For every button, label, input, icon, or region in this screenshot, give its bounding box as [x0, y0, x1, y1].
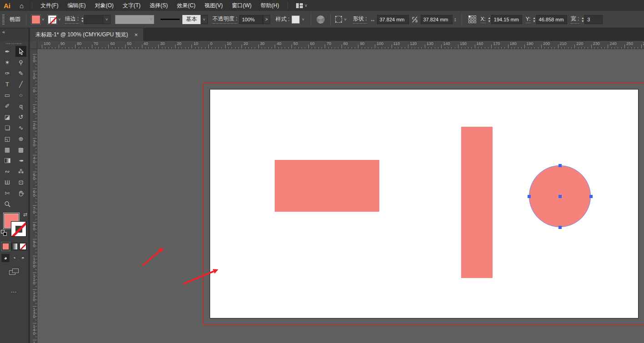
- add-anchor-pen-tool[interactable]: ✒: [2, 46, 13, 57]
- stepper-down-icon[interactable]: ▾: [582, 20, 584, 23]
- x-label[interactable]: X:: [481, 16, 486, 23]
- menu-item-7[interactable]: 窗口(W): [227, 0, 256, 11]
- vertical-ruler[interactable]: 2010010203040506070809010011012013014015…: [30, 49, 37, 343]
- pen-tool[interactable]: ✑: [2, 68, 13, 79]
- toolbar-collapse[interactable]: «: [0, 28, 28, 41]
- gradient-tool[interactable]: [2, 155, 13, 166]
- menu-item-2[interactable]: 对象(O): [90, 0, 118, 11]
- column-graph-tool[interactable]: Ш: [2, 177, 13, 188]
- shape-builder-tool[interactable]: ◱: [2, 133, 13, 144]
- line-segment-tool[interactable]: ╱: [15, 79, 26, 89]
- graphic-style-dropdown[interactable]: ˅: [300, 15, 307, 24]
- lasso-tool[interactable]: ⚲: [15, 57, 26, 68]
- paintbrush-tool[interactable]: ✐: [2, 100, 13, 111]
- unlink-proportions-icon[interactable]: [411, 15, 418, 24]
- stroke-weight-dropdown[interactable]: ˅: [103, 15, 111, 24]
- opacity-label[interactable]: 不透明度 :: [212, 15, 237, 24]
- curvature-tool[interactable]: ✎: [15, 68, 26, 79]
- x-field[interactable]: 194.15 mm: [491, 15, 522, 24]
- live-paint-bucket-tool[interactable]: ⊕: [15, 133, 26, 144]
- menu-item-1[interactable]: 编辑(E): [63, 0, 90, 11]
- stroke-weight-label[interactable]: 描边 :: [65, 15, 79, 24]
- draw-inside-icon[interactable]: ◓: [19, 254, 27, 262]
- graphic-style-swatch[interactable]: [292, 15, 300, 24]
- coral-circle-shape-selected[interactable]: [529, 165, 591, 227]
- recolor-artwork-icon[interactable]: [317, 15, 325, 24]
- y-stepper[interactable]: ▴ ▾: [533, 16, 535, 23]
- x-stepper[interactable]: ▴ ▾: [488, 16, 490, 23]
- align-options-icon[interactable]: [335, 16, 342, 23]
- none-button[interactable]: [19, 243, 27, 250]
- opacity-field[interactable]: 100%: [239, 15, 263, 24]
- menu-item-5[interactable]: 效果(C): [172, 0, 200, 11]
- edit-toolbar-icon[interactable]: ⋯: [0, 288, 28, 295]
- w-stepper[interactable]: ▴ ▾: [582, 16, 584, 23]
- stepper-down-icon[interactable]: ▾: [533, 20, 535, 23]
- mesh-tool[interactable]: ▩: [15, 144, 26, 155]
- symbol-sprayer-tool[interactable]: ⁂: [15, 166, 26, 177]
- magic-wand-tool[interactable]: ✶: [2, 57, 13, 68]
- shape-label[interactable]: 形状 :: [353, 15, 367, 24]
- rectangle-tool[interactable]: ▭: [2, 89, 13, 100]
- eraser-tool[interactable]: ◪: [2, 111, 13, 122]
- ruler-corner[interactable]: [30, 41, 37, 49]
- rotate-tool[interactable]: ↺: [15, 111, 26, 122]
- chevron-down-icon[interactable]: ˅: [58, 17, 60, 22]
- type-tool[interactable]: T: [2, 79, 13, 89]
- document-tab[interactable]: 未标题-1* @ 100% (CMYK/GPU 预览) ×: [30, 28, 143, 41]
- width-tool[interactable]: ∿: [15, 122, 26, 133]
- menu-item-0[interactable]: 文件(F): [36, 0, 63, 11]
- w-label[interactable]: 宽 :: [571, 15, 579, 24]
- hand-tool[interactable]: [15, 188, 26, 199]
- opacity-expand-button[interactable]: >: [263, 15, 270, 24]
- perspective-grid-tool[interactable]: ▦: [2, 144, 13, 155]
- menu-item-4[interactable]: 选择(S): [145, 0, 172, 11]
- ellipse-tool[interactable]: ○: [15, 89, 26, 100]
- stepper-down-icon[interactable]: ▾: [488, 20, 490, 23]
- anchor-handle[interactable]: [558, 226, 562, 229]
- slice-tool[interactable]: ✄: [2, 188, 13, 199]
- color-button[interactable]: [2, 243, 10, 250]
- scale-tool[interactable]: ❏: [2, 122, 13, 133]
- zoom-tool[interactable]: [2, 199, 13, 209]
- chevron-down-icon[interactable]: ˅: [42, 17, 44, 22]
- stroke-weight-field[interactable]: [84, 15, 103, 24]
- artboard-tool[interactable]: ⊡: [15, 177, 26, 188]
- shape-width-field[interactable]: 37.824 mm: [377, 15, 409, 24]
- coral-rectangle-shape[interactable]: [275, 160, 379, 212]
- collapse-icon[interactable]: «: [2, 29, 5, 35]
- chevron-down-icon[interactable]: ˅: [344, 17, 347, 22]
- home-icon[interactable]: ⌂: [15, 2, 28, 10]
- gradient-button[interactable]: [10, 243, 18, 250]
- eyedropper-tool[interactable]: ✒: [15, 155, 26, 166]
- menu-item-6[interactable]: 视图(V): [200, 0, 227, 11]
- coral-vertical-bar-shape[interactable]: [461, 127, 493, 278]
- menu-item-8[interactable]: 帮助(H): [256, 0, 284, 11]
- close-icon[interactable]: ×: [135, 31, 138, 38]
- anchor-handle[interactable]: [528, 195, 531, 198]
- shaper-tool[interactable]: ɋ: [15, 100, 26, 111]
- y-field[interactable]: 46.858 mm: [536, 15, 567, 24]
- blend-tool[interactable]: ∾: [2, 166, 13, 177]
- shape-height-field[interactable]: 37.824 mm: [421, 15, 453, 24]
- horizontal-ruler[interactable]: 1009080706050403020100102030405060708090…: [37, 41, 644, 49]
- stroke-none-swatch[interactable]: [48, 15, 57, 24]
- toolbar-drag-handle[interactable]: [6, 42, 22, 45]
- selection-tool[interactable]: [15, 46, 26, 57]
- y-label[interactable]: Y:: [526, 16, 531, 23]
- screen-mode-icon[interactable]: [9, 268, 19, 276]
- menu-item-3[interactable]: 文字(T): [118, 0, 145, 11]
- w-field[interactable]: 3: [584, 15, 603, 24]
- fill-swatch[interactable]: [31, 15, 40, 24]
- draw-behind-icon[interactable]: ◔: [10, 254, 18, 262]
- stroke-swatch-indicator[interactable]: [11, 221, 26, 237]
- pasteboard[interactable]: [37, 49, 644, 343]
- default-fill-stroke-icon[interactable]: [1, 230, 7, 236]
- workspace-switcher[interactable]: ˅: [296, 3, 307, 8]
- anchor-handle[interactable]: [558, 164, 562, 167]
- center-point-handle[interactable]: [558, 195, 562, 198]
- stroke-color-button[interactable]: ˅: [48, 15, 61, 24]
- brush-definition-dropdown[interactable]: ˅: [201, 15, 208, 24]
- stroke-weight-stepper[interactable]: ▴ ▾: [81, 16, 83, 23]
- brush-definition-value[interactable]: 基本: [182, 15, 201, 24]
